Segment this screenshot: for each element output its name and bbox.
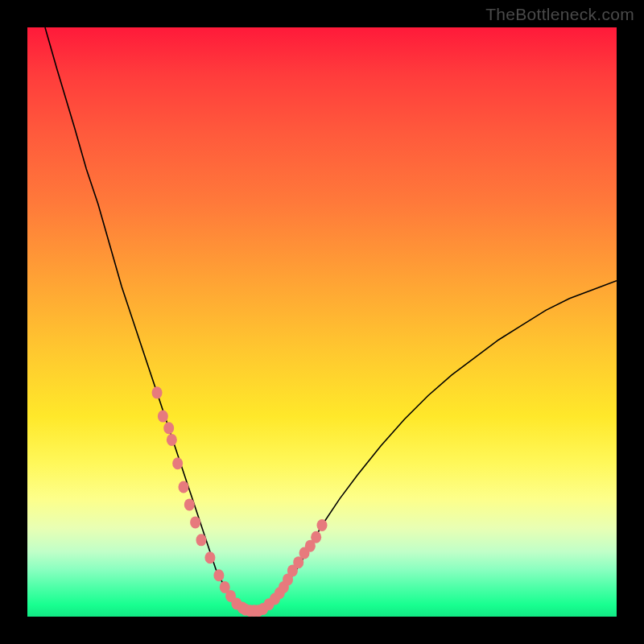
highlight-dots-canvas (27, 27, 617, 617)
plot-area (27, 27, 617, 617)
watermark-text: TheBottleneck.com (485, 5, 634, 24)
chart-frame: TheBottleneck.com (0, 0, 644, 644)
